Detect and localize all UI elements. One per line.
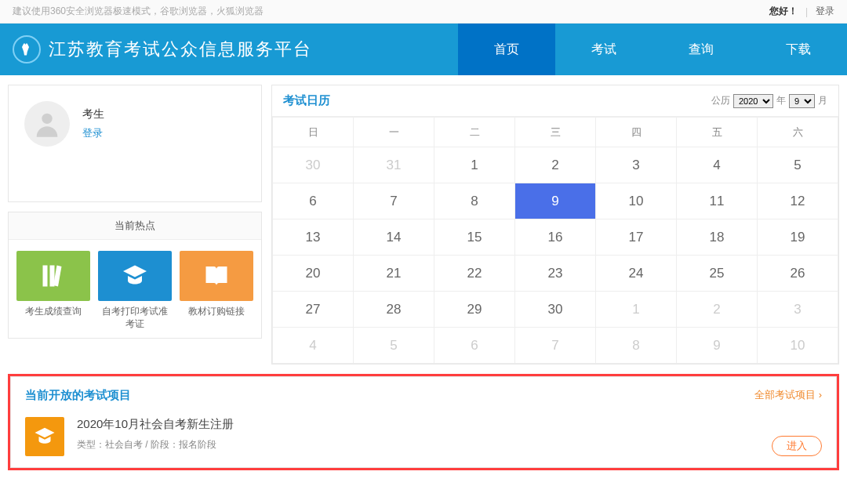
weekday-header: 四 xyxy=(596,118,677,147)
calendar-day[interactable]: 31 xyxy=(354,147,434,183)
calendar-day[interactable]: 25 xyxy=(677,256,758,292)
graduation-cap-icon xyxy=(25,417,64,456)
nav-query[interactable]: 查询 xyxy=(653,24,750,75)
hotspot-panel: 当前热点 考生成绩查询 自考打印考试准考证 xyxy=(8,212,262,339)
user-card: 考生 登录 xyxy=(8,85,262,202)
calendar-day[interactable]: 1 xyxy=(596,292,677,328)
year-label: 年 xyxy=(776,94,786,107)
hotspot-score-query[interactable]: 考生成绩查询 xyxy=(16,251,90,330)
open-exam-title: 当前开放的考试项目 xyxy=(25,388,822,403)
weekday-header: 日 xyxy=(273,118,354,147)
weekday-header: 五 xyxy=(677,118,758,147)
calendar-day[interactable]: 8 xyxy=(434,183,515,219)
hotspot-label: 教材订购链接 xyxy=(180,306,253,318)
calendar-day[interactable]: 7 xyxy=(515,328,596,364)
calendar-day[interactable]: 9 xyxy=(515,183,596,219)
calendar-day[interactable]: 27 xyxy=(273,292,354,328)
calendar-day[interactable]: 5 xyxy=(354,328,434,364)
exam-entry-name: 2020年10月社会自考新生注册 xyxy=(77,417,759,432)
top-bar: 建议使用360安全浏览器极速模式，谷歌浏览器，火狐浏览器 您好！ | 登录 xyxy=(0,0,847,24)
book-open-icon xyxy=(180,251,253,301)
site-title: 江苏教育考试公众信息服务平台 xyxy=(49,38,458,61)
era-label: 公历 xyxy=(711,94,730,107)
calendar-day[interactable]: 5 xyxy=(758,147,838,183)
calendar-day[interactable]: 11 xyxy=(677,183,758,219)
calendar-day[interactable]: 3 xyxy=(596,147,677,183)
weekday-header: 六 xyxy=(758,118,838,147)
calendar-title: 考试日历 xyxy=(283,93,711,108)
calendar-day[interactable]: 13 xyxy=(273,219,354,256)
calendar-day[interactable]: 28 xyxy=(354,292,434,328)
calendar-day[interactable]: 20 xyxy=(273,256,354,292)
browser-tip: 建议使用360安全浏览器极速模式，谷歌浏览器，火狐浏览器 xyxy=(13,5,769,18)
calendar-day[interactable]: 2 xyxy=(515,147,596,183)
separator: | xyxy=(805,6,808,17)
calendar-day[interactable]: 6 xyxy=(273,183,354,219)
calendar-day[interactable]: 30 xyxy=(273,147,354,183)
site-header: 江苏教育考试公众信息服务平台 首页 考试 查询 下载 xyxy=(0,24,847,75)
avatar-icon xyxy=(24,101,70,147)
open-exam-highlight: 当前开放的考试项目 全部考试项目 2020年10月社会自考新生注册 类型：社会自… xyxy=(8,374,839,470)
calendar-day[interactable]: 6 xyxy=(434,328,515,364)
calendar-day[interactable]: 1 xyxy=(434,147,515,183)
calendar-day[interactable]: 10 xyxy=(596,183,677,219)
calendar-day[interactable]: 18 xyxy=(677,219,758,256)
all-exam-link[interactable]: 全部考试项目 xyxy=(754,388,822,402)
calendar-day[interactable]: 7 xyxy=(354,183,434,219)
hotspot-title: 当前热点 xyxy=(9,212,261,240)
calendar-day[interactable]: 21 xyxy=(354,256,434,292)
logo-icon xyxy=(13,35,41,63)
calendar-day[interactable]: 23 xyxy=(515,256,596,292)
calendar-day[interactable]: 4 xyxy=(273,328,354,364)
hotspot-print-ticket[interactable]: 自考打印考试准考证 xyxy=(98,251,172,330)
greeting: 您好！ xyxy=(769,5,798,18)
calendar-day[interactable]: 19 xyxy=(758,219,838,256)
calendar-day[interactable]: 22 xyxy=(434,256,515,292)
calendar-day[interactable]: 17 xyxy=(596,219,677,256)
top-login-link[interactable]: 登录 xyxy=(816,5,834,18)
calendar-table: 日一二三四五六 30311234567891011121314151617181… xyxy=(272,117,838,364)
calendar-day[interactable]: 14 xyxy=(354,219,434,256)
weekday-header: 一 xyxy=(354,118,434,147)
calendar-day[interactable]: 16 xyxy=(515,219,596,256)
calendar-day[interactable]: 30 xyxy=(515,292,596,328)
graduation-cap-icon xyxy=(98,251,172,301)
calendar-day[interactable]: 9 xyxy=(677,328,758,364)
year-select[interactable]: 2020 xyxy=(733,94,773,108)
calendar-panel: 考试日历 公历 2020 年 9 月 日一二三四五六 3031123456789… xyxy=(271,85,839,364)
svg-rect-1 xyxy=(43,266,48,287)
svg-point-0 xyxy=(42,114,52,124)
calendar-day[interactable]: 15 xyxy=(434,219,515,256)
month-label: 月 xyxy=(818,94,827,107)
nav-exam[interactable]: 考试 xyxy=(555,24,653,75)
book-spine-icon xyxy=(16,251,90,301)
calendar-day[interactable]: 29 xyxy=(434,292,515,328)
calendar-day[interactable]: 24 xyxy=(596,256,677,292)
hotspot-label: 考生成绩查询 xyxy=(16,306,90,318)
hotspot-label: 自考打印考试准考证 xyxy=(98,306,172,330)
calendar-day[interactable]: 3 xyxy=(758,292,838,328)
calendar-day[interactable]: 2 xyxy=(677,292,758,328)
enter-button[interactable]: 进入 xyxy=(772,436,822,456)
calendar-day[interactable]: 10 xyxy=(758,328,838,364)
exam-entry-meta: 类型：社会自考 / 阶段：报名阶段 xyxy=(77,438,759,451)
calendar-day[interactable]: 8 xyxy=(596,328,677,364)
hotspot-textbook-order[interactable]: 教材订购链接 xyxy=(180,251,253,330)
user-login-link[interactable]: 登录 xyxy=(82,126,104,140)
nav-download[interactable]: 下载 xyxy=(750,24,847,75)
weekday-header: 三 xyxy=(515,118,596,147)
nav-home[interactable]: 首页 xyxy=(458,24,555,75)
calendar-day[interactable]: 4 xyxy=(677,147,758,183)
user-role: 考生 xyxy=(82,107,104,121)
calendar-day[interactable]: 26 xyxy=(758,256,838,292)
main-nav: 首页 考试 查询 下载 xyxy=(458,24,847,75)
weekday-header: 二 xyxy=(434,118,515,147)
calendar-day[interactable]: 12 xyxy=(758,183,838,219)
month-select[interactable]: 9 xyxy=(789,94,815,108)
